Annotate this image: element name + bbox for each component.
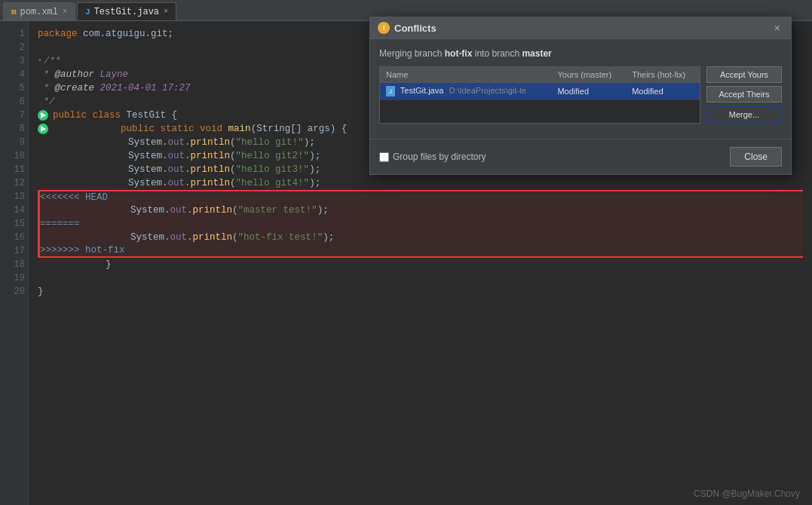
line-num-13: 13 bbox=[6, 190, 25, 204]
line-num-12: 12 bbox=[6, 176, 25, 190]
accept-yours-button[interactable]: Accept Yours bbox=[706, 66, 782, 83]
line-num-4: 4 bbox=[6, 68, 25, 81]
modal-title-bar: ! Conflicts × bbox=[370, 17, 791, 39]
line-num-18: 18 bbox=[6, 258, 25, 271]
code-line-18: } bbox=[38, 258, 803, 271]
code-line-16: System.out.println("hot-fix test!"); bbox=[38, 231, 803, 244]
tab-testgit[interactable]: J TestGit.java × bbox=[77, 2, 176, 20]
code-line-12: System.out.println("hello git4!"); bbox=[38, 176, 803, 190]
code-line-13: <<<<<<< HEAD bbox=[38, 190, 803, 204]
col-name-header: Name bbox=[380, 67, 551, 83]
line-num-10: 10 bbox=[6, 149, 25, 163]
modal-footer: Group files by directory Close bbox=[370, 139, 791, 174]
fold-icon-3[interactable]: ▾ bbox=[38, 54, 42, 68]
file-name-cell: J TestGit.java D:\IdeaProjects\git-te bbox=[380, 83, 551, 100]
close-button[interactable]: Close bbox=[730, 147, 782, 167]
code-line-15: ======= bbox=[38, 217, 803, 231]
line-num-6: 6 bbox=[6, 95, 25, 109]
line-num-5: 5 bbox=[6, 81, 25, 95]
line-num-2: 2 bbox=[6, 41, 25, 54]
line-num-19: 19 bbox=[6, 271, 25, 285]
line-num-8: 8 bbox=[6, 122, 25, 136]
theirs-status-cell: Modified bbox=[626, 83, 700, 100]
conflicts-table: Name Yours (master) Theirs (hot-fix) J T… bbox=[380, 67, 700, 100]
conflicts-table-wrapper: Name Yours (master) Theirs (hot-fix) J T… bbox=[379, 66, 700, 124]
line-num-17: 17 bbox=[6, 244, 25, 258]
yours-status-cell: Modified bbox=[551, 83, 626, 100]
testgit-tab-label: TestGit.java bbox=[94, 7, 159, 17]
modal-title-left: ! Conflicts bbox=[378, 22, 437, 34]
modal-close-button[interactable]: × bbox=[771, 22, 783, 34]
modal-action-buttons: Accept Yours Accept Theirs Merge... bbox=[706, 66, 782, 124]
modal-warning-icon: ! bbox=[378, 22, 390, 34]
watermark: CSDN @BugMaker.Chovy bbox=[694, 488, 800, 499]
code-line-19 bbox=[38, 271, 803, 285]
group-by-dir-label: Group files by directory bbox=[393, 152, 486, 162]
testgit-tab-close[interactable]: × bbox=[164, 8, 168, 16]
line-num-16: 16 bbox=[6, 231, 25, 244]
pom-icon: m bbox=[11, 8, 17, 17]
line-num-20: 20 bbox=[6, 285, 25, 298]
group-by-dir-checkbox-area: Group files by directory bbox=[379, 152, 486, 162]
line-num-1: 1 bbox=[6, 27, 25, 41]
run-marker-7[interactable] bbox=[38, 110, 51, 121]
line-numbers: 1 2 3 4 5 6 7 8 9 10 11 12 13 14 15 16 1… bbox=[0, 21, 29, 505]
accept-theirs-button[interactable]: Accept Theirs bbox=[706, 86, 782, 103]
line-num-11: 11 bbox=[6, 163, 25, 176]
line-num-9: 9 bbox=[6, 136, 25, 149]
pom-tab-label: pom.xml bbox=[20, 7, 58, 17]
table-row[interactable]: J TestGit.java D:\IdeaProjects\git-te Mo… bbox=[380, 83, 700, 100]
code-line-20: } bbox=[38, 285, 803, 298]
line-num-7: 7 bbox=[6, 109, 25, 122]
merge-button[interactable]: Merge... bbox=[706, 106, 782, 124]
merge-info: Merging branch hot-fix into branch maste… bbox=[379, 48, 782, 59]
modal-body: Merging branch hot-fix into branch maste… bbox=[370, 39, 791, 133]
java-file-icon: J bbox=[386, 86, 395, 96]
conflicts-modal: ! Conflicts × Merging branch hot-fix int… bbox=[369, 17, 792, 175]
pom-tab-close[interactable]: × bbox=[63, 8, 67, 16]
line-num-15: 15 bbox=[6, 217, 25, 231]
line-num-14: 14 bbox=[6, 204, 25, 217]
col-theirs-header: Theirs (hot-fix) bbox=[626, 67, 700, 83]
col-yours-header: Yours (master) bbox=[551, 67, 626, 83]
tab-pom[interactable]: m pom.xml × bbox=[3, 2, 75, 20]
ide-container: m pom.xml × J TestGit.java × 1 2 3 4 5 6… bbox=[0, 0, 812, 505]
modal-table-area: Name Yours (master) Theirs (hot-fix) J T… bbox=[379, 66, 782, 124]
code-line-17: >>>>>>> hot-fix bbox=[38, 244, 803, 258]
code-line-14: System.out.println("master test!"); bbox=[38, 204, 803, 217]
line-num-3: 3 bbox=[6, 54, 25, 68]
modal-title-text: Conflicts bbox=[394, 23, 437, 34]
java-icon: J bbox=[85, 8, 90, 17]
group-by-dir-checkbox[interactable] bbox=[379, 152, 389, 162]
